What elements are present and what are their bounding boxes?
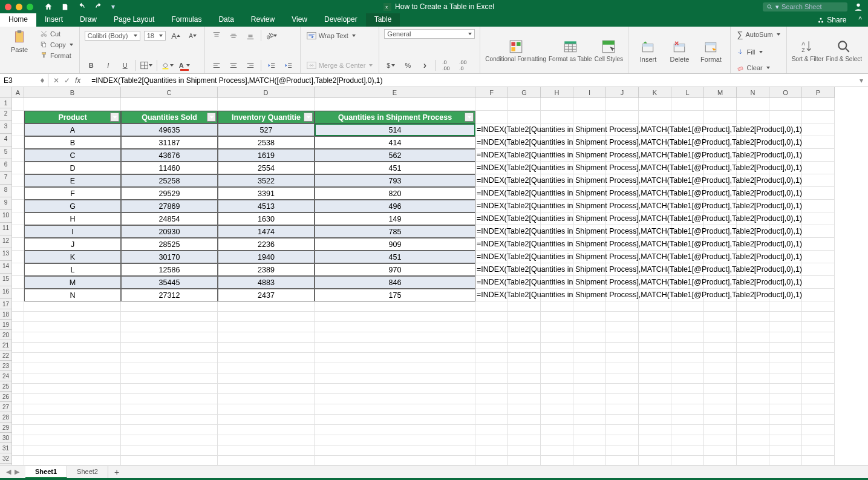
- cell[interactable]: [12, 404, 24, 415]
- cell[interactable]: [24, 404, 121, 415]
- save-icon[interactable]: [61, 3, 69, 11]
- cell[interactable]: [573, 322, 606, 332]
- table-cell[interactable]: 1630: [218, 212, 315, 225]
- format-as-table[interactable]: Format as Table: [549, 29, 592, 72]
- cell[interactable]: [541, 404, 573, 415]
- cell[interactable]: [737, 332, 769, 343]
- paste-button[interactable]: Paste: [5, 29, 34, 53]
- table-cell[interactable]: 2554: [218, 162, 315, 174]
- fx-icon[interactable]: fx: [75, 76, 80, 85]
- cell[interactable]: [573, 301, 606, 312]
- cell[interactable]: [737, 343, 769, 353]
- cell[interactable]: [704, 394, 737, 404]
- cell[interactable]: [121, 373, 218, 384]
- cell[interactable]: [24, 373, 121, 384]
- cell[interactable]: [218, 425, 315, 435]
- cell[interactable]: [12, 456, 24, 465]
- cell[interactable]: [769, 394, 802, 404]
- cell[interactable]: [606, 456, 639, 465]
- cell[interactable]: [704, 373, 737, 384]
- cell[interactable]: =INDEX(Table2[Quantities in Shipment Pro…: [475, 238, 508, 251]
- cell[interactable]: [769, 322, 802, 332]
- tab-review[interactable]: Review: [243, 13, 283, 27]
- cell[interactable]: [802, 289, 835, 301]
- row-header-17[interactable]: 17: [0, 299, 12, 309]
- col-header-C[interactable]: C: [121, 87, 218, 98]
- cell[interactable]: [639, 312, 671, 322]
- cell[interactable]: [737, 301, 769, 312]
- cell[interactable]: [802, 187, 835, 200]
- cell[interactable]: [704, 425, 737, 435]
- table-cell[interactable]: 43676: [121, 149, 218, 162]
- cell[interactable]: [24, 384, 121, 394]
- align-center[interactable]: [227, 59, 240, 72]
- cell[interactable]: =INDEX(Table2[Quantities in Shipment Pro…: [475, 136, 508, 149]
- cell[interactable]: [802, 384, 835, 394]
- align-right[interactable]: [244, 59, 257, 72]
- cell[interactable]: [218, 373, 315, 384]
- cell[interactable]: [639, 111, 671, 123]
- cell[interactable]: [737, 456, 769, 465]
- font-size[interactable]: 18: [144, 31, 166, 41]
- table-cell[interactable]: 24854: [121, 212, 218, 225]
- cell[interactable]: [218, 312, 315, 322]
- cell[interactable]: [769, 343, 802, 353]
- cell[interactable]: [639, 435, 671, 445]
- col-header-B[interactable]: B: [24, 87, 121, 98]
- cell[interactable]: [508, 312, 541, 322]
- cell[interactable]: [606, 425, 639, 435]
- cell[interactable]: [769, 332, 802, 343]
- cell[interactable]: [508, 404, 541, 415]
- cell[interactable]: [802, 312, 835, 322]
- cell[interactable]: [802, 445, 835, 456]
- cell[interactable]: [671, 98, 704, 111]
- table-cell[interactable]: 25258: [121, 174, 218, 187]
- col-header-J[interactable]: J: [606, 87, 639, 98]
- cell[interactable]: [315, 445, 475, 456]
- cell[interactable]: [541, 312, 573, 322]
- cell[interactable]: [218, 435, 315, 445]
- cell[interactable]: [769, 404, 802, 415]
- row-header-21[interactable]: 21: [0, 340, 12, 350]
- percent[interactable]: %: [401, 59, 414, 72]
- table-cell[interactable]: 20930: [121, 225, 218, 238]
- tab-page-layout[interactable]: Page Layout: [105, 13, 163, 27]
- cell[interactable]: [606, 384, 639, 394]
- cell[interactable]: [475, 98, 508, 111]
- cell[interactable]: [606, 394, 639, 404]
- cell[interactable]: [508, 425, 541, 435]
- cell[interactable]: [541, 301, 573, 312]
- cell[interactable]: [639, 445, 671, 456]
- cell[interactable]: [606, 312, 639, 322]
- cell[interactable]: [12, 200, 24, 212]
- cell[interactable]: [802, 238, 835, 251]
- spreadsheet-grid[interactable]: ABCDEFGHIJKLMNOP 12345678910111213141516…: [0, 87, 868, 465]
- cell[interactable]: [573, 404, 606, 415]
- cell[interactable]: [639, 456, 671, 465]
- cell[interactable]: [802, 136, 835, 149]
- cell[interactable]: [218, 332, 315, 343]
- table-cell[interactable]: 820: [315, 187, 475, 200]
- tab-data[interactable]: Data: [210, 13, 242, 27]
- cell[interactable]: [121, 353, 218, 363]
- cell[interactable]: [737, 111, 769, 123]
- cell[interactable]: [475, 332, 508, 343]
- table-cell[interactable]: 2236: [218, 238, 315, 251]
- cell[interactable]: [737, 435, 769, 445]
- cell[interactable]: =INDEX(Table2[Quantities in Shipment Pro…: [475, 187, 508, 200]
- cell[interactable]: [639, 353, 671, 363]
- cell[interactable]: [475, 373, 508, 384]
- cell[interactable]: [24, 353, 121, 363]
- cell[interactable]: [671, 384, 704, 394]
- cell[interactable]: [573, 312, 606, 322]
- merge-center[interactable]: Merge & Center: [305, 59, 374, 72]
- cell[interactable]: [218, 415, 315, 425]
- col-header-G[interactable]: G: [508, 87, 541, 98]
- cell[interactable]: [12, 343, 24, 353]
- table-cell[interactable]: N: [24, 289, 121, 301]
- table-cell[interactable]: 31187: [121, 136, 218, 149]
- row-headers[interactable]: 1234567891011121314151617181920212223242…: [0, 98, 12, 465]
- cell[interactable]: [12, 312, 24, 322]
- cell[interactable]: [508, 363, 541, 373]
- fill[interactable]: Fill: [736, 48, 781, 56]
